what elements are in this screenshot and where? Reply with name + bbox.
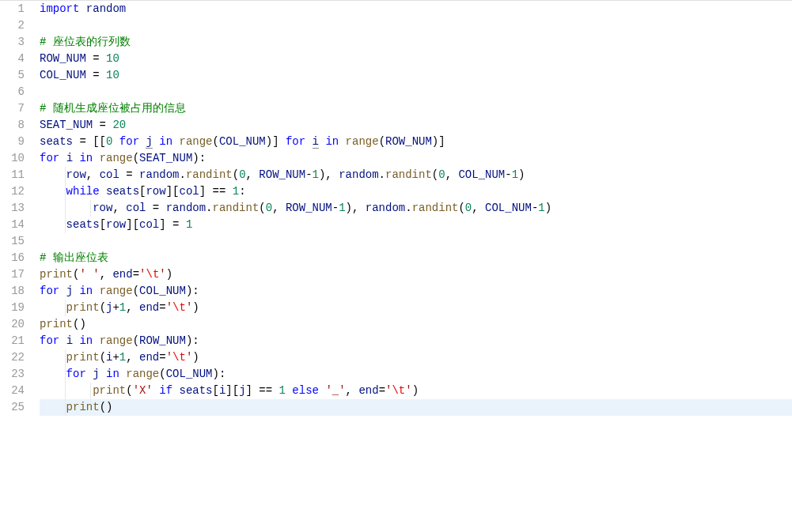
token-fn: range <box>100 285 133 297</box>
code-line[interactable]: print() <box>40 316 792 333</box>
token-var: col <box>179 185 199 198</box>
code-line[interactable] <box>40 84 792 100</box>
token-op: ), <box>319 168 339 181</box>
indent-guide <box>65 183 66 200</box>
token-var: i <box>66 334 73 347</box>
token-op: ) <box>192 351 199 364</box>
token-plain <box>100 368 106 380</box>
token-fn: range <box>100 334 133 347</box>
code-line[interactable]: for j in range(COL_NUM): <box>40 283 792 300</box>
token-num: 0 <box>465 202 472 214</box>
token-plain <box>40 301 66 314</box>
token-strx: \t <box>392 384 405 397</box>
code-line[interactable]: print('X' if seats[i][j] == 1 else '_', … <box>40 383 792 399</box>
code-line[interactable]: for i in range(ROW_NUM): <box>40 333 792 349</box>
token-op: ( <box>133 285 139 297</box>
token-var: i <box>313 135 319 149</box>
token-kw: for <box>119 135 139 148</box>
code-line[interactable]: # 座位表的行列数 <box>40 34 792 51</box>
token-op: ( <box>458 202 464 214</box>
token-kw: in <box>79 152 93 164</box>
code-line[interactable]: SEAT_NUM = 20 <box>40 117 792 134</box>
line-number: 14 <box>0 217 25 233</box>
line-number: 25 <box>0 399 25 416</box>
code-line[interactable]: print(' ', end='\t') <box>40 266 792 283</box>
token-var: end <box>112 268 132 281</box>
token-kw: for <box>40 334 59 347</box>
token-op: , <box>126 351 139 364</box>
token-num: 1 <box>512 168 518 181</box>
token-op: , <box>346 384 359 397</box>
token-var: random <box>366 202 405 214</box>
indent-guide <box>90 200 91 217</box>
token-op: ( <box>100 301 106 314</box>
token-var: j <box>93 368 99 380</box>
code-line[interactable]: print(j+1, end='\t') <box>40 300 792 316</box>
token-fn: randint <box>412 202 459 214</box>
token-cm: # 随机生成座位被占用的信息 <box>40 102 186 115</box>
token-op: - <box>332 202 339 214</box>
code-line[interactable]: print(i+1, end='\t') <box>40 349 792 366</box>
line-number: 18 <box>0 283 25 300</box>
code-line[interactable]: import random <box>40 1 792 17</box>
code-line[interactable] <box>40 233 792 250</box>
code-line[interactable]: # 随机生成座位被占用的信息 <box>40 100 792 117</box>
code-line[interactable]: COL_NUM = 10 <box>40 67 792 84</box>
token-strx: \t <box>146 268 159 281</box>
line-number: 16 <box>0 250 25 266</box>
token-kw: for <box>286 135 305 148</box>
token-var: random <box>166 202 206 214</box>
token-op: ( <box>126 384 132 397</box>
token-plain <box>100 185 106 198</box>
token-str: ' ' <box>79 268 99 281</box>
token-op: - <box>505 168 511 181</box>
token-op: . <box>206 202 212 214</box>
code-line[interactable]: for i in range(SEAT_NUM): <box>40 150 792 167</box>
token-var: ROW_NUM <box>286 202 332 214</box>
token-plain <box>40 401 66 413</box>
token-kw: for <box>66 368 86 380</box>
code-editor-area[interactable]: import random# 座位表的行列数ROW_NUM = 10COL_NU… <box>33 1 792 532</box>
token-str: ' <box>166 301 172 314</box>
code-line[interactable] <box>40 17 792 34</box>
token-plain <box>40 202 93 214</box>
token-var: COL_NUM <box>166 368 213 380</box>
token-kw: in <box>79 285 93 297</box>
code-line[interactable]: for j in range(COL_NUM): <box>40 366 792 383</box>
code-line[interactable]: print() <box>40 399 792 416</box>
token-var: j <box>239 384 245 397</box>
token-var: COL_NUM <box>139 285 186 297</box>
token-plain <box>93 334 99 347</box>
line-number: 1 <box>0 1 25 17</box>
token-fn: print <box>66 301 100 314</box>
token-num: 1 <box>119 351 126 364</box>
token-plain <box>59 152 66 164</box>
token-num: 1 <box>313 168 319 181</box>
token-op: ][ <box>225 384 239 397</box>
code-line[interactable]: row, col = random.randint(0, ROW_NUM-1),… <box>40 200 792 217</box>
token-kw: else <box>292 384 319 397</box>
code-line[interactable]: seats[row][col] = 1 <box>40 217 792 233</box>
code-line[interactable]: row, col = random.randint(0, ROW_NUM-1),… <box>40 167 792 183</box>
token-num: 0 <box>438 168 445 181</box>
token-var: COL_NUM <box>485 202 532 214</box>
token-op: () <box>73 318 86 330</box>
token-op: . <box>405 202 411 214</box>
token-op: , <box>272 202 286 214</box>
code-line[interactable]: ROW_NUM = 10 <box>40 51 792 67</box>
token-fn: range <box>180 135 213 148</box>
token-fn: randint <box>385 168 432 181</box>
token-str: 'X' <box>133 384 153 397</box>
code-line[interactable]: # 输出座位表 <box>40 250 792 266</box>
line-number: 2 <box>0 17 25 34</box>
token-fn: range <box>100 152 133 164</box>
token-kw: for <box>40 285 59 297</box>
code-line[interactable]: seats = [[0 for j in range(COL_NUM)] for… <box>40 134 792 150</box>
token-op: + <box>112 351 119 364</box>
token-op: + <box>112 301 119 314</box>
token-var: random <box>339 168 378 181</box>
token-op: )] <box>432 135 445 148</box>
line-number: 7 <box>0 100 25 117</box>
code-line[interactable]: while seats[row][col] == 1: <box>40 183 792 200</box>
token-op: ( <box>100 351 106 364</box>
